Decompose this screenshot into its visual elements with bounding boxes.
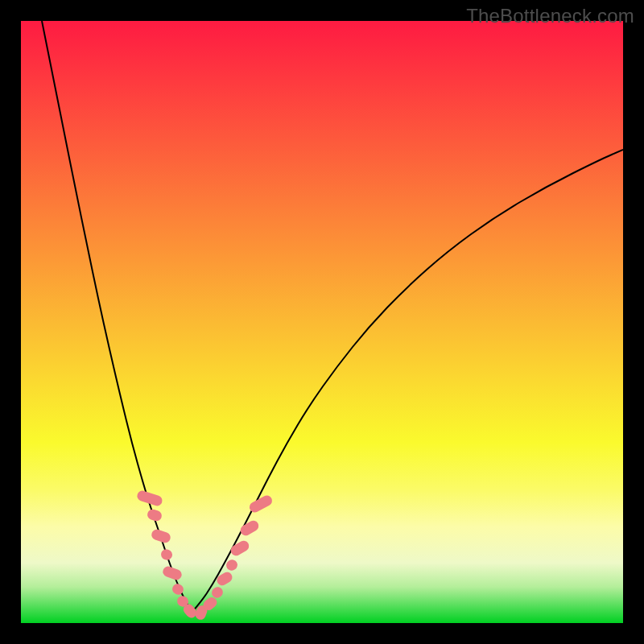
markers-group: [136, 489, 275, 621]
marker-capsule: [248, 493, 275, 514]
marker-capsule: [151, 528, 172, 544]
marker-capsule: [159, 548, 173, 562]
left-curve: [42, 21, 192, 613]
curves-layer: [21, 21, 623, 623]
marker-capsule: [215, 570, 234, 588]
marker-capsule: [162, 565, 184, 581]
right-curve: [192, 150, 623, 613]
watermark-text: TheBottleneck.com: [466, 5, 634, 27]
marker-capsule: [238, 518, 260, 537]
plot-frame: [21, 21, 623, 623]
marker-capsule: [146, 508, 163, 522]
marker-capsule: [229, 539, 250, 557]
